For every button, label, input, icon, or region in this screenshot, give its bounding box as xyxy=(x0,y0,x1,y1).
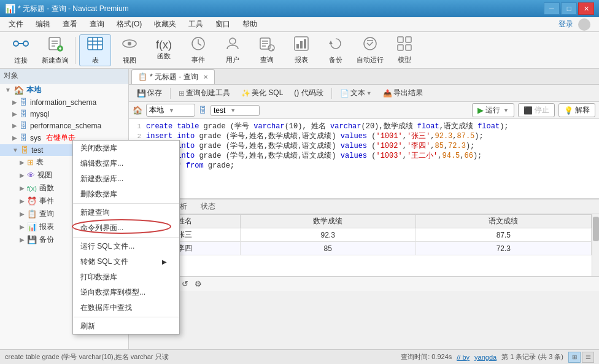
status-link2[interactable]: yangda xyxy=(474,354,497,361)
refresh-button[interactable]: ↺ xyxy=(180,279,190,288)
toolbar-event[interactable]: 事件 xyxy=(182,34,214,66)
table-icon xyxy=(87,35,104,55)
ctx-close-db[interactable]: 关闭数据库 xyxy=(73,141,179,156)
ctx-delete-db[interactable]: 删除数据库 xyxy=(73,187,179,202)
toolbar-backup[interactable]: 备份 xyxy=(320,34,352,66)
toolbar-connect-label: 连接 xyxy=(14,56,28,65)
login-text: 登录 xyxy=(558,19,573,29)
tab-close-icon[interactable]: ✕ xyxy=(203,74,208,80)
result-tab-status[interactable]: 状态 xyxy=(194,199,222,214)
database-dropdown[interactable]: test ▼ xyxy=(211,105,260,116)
connect-icon xyxy=(12,35,29,55)
maximize-button[interactable]: □ xyxy=(561,2,577,15)
connection-dropdown[interactable]: 本地 ▼ xyxy=(146,104,195,117)
menu-help[interactable]: 帮助 xyxy=(238,18,262,31)
beautify-button[interactable]: ✨ 美化 SQL xyxy=(237,86,287,100)
text-arrow: ▼ xyxy=(366,90,372,96)
login-button[interactable]: 登录 xyxy=(558,18,595,31)
create-tool-button[interactable]: ⊞ 查询创建工具 xyxy=(174,86,234,100)
toolbar-backup-label: 备份 xyxy=(329,55,342,64)
list-view-button[interactable]: ☰ xyxy=(582,352,594,363)
query-sub-icon: 📋 xyxy=(27,209,37,219)
sidebar-item-information-schema[interactable]: ▶ 🗄 information_schema xyxy=(0,96,128,108)
event-sub-icon: ⏰ xyxy=(27,196,37,206)
menu-edit[interactable]: 编辑 xyxy=(31,18,55,31)
toolbar-user[interactable]: 用户 xyxy=(217,34,249,66)
db-icon-sel: 🗄 xyxy=(199,106,207,115)
toolbar-function[interactable]: f(x) 函数 xyxy=(148,34,180,66)
menubar: 文件 编辑 查看 查询 格式(O) 收藏夹 工具 窗口 帮助 登录 xyxy=(0,17,599,32)
svg-rect-29 xyxy=(300,41,303,48)
scroll-thumb[interactable] xyxy=(593,217,599,241)
code-snippet-button[interactable]: () 代码段 xyxy=(290,86,327,100)
menu-query[interactable]: 查询 xyxy=(85,18,109,31)
export-button[interactable]: 📤 导出结果 xyxy=(379,86,427,100)
content-area: 📋 * 无标题 - 查询 ✕ 💾 保存 ⊞ 查询创建工具 ✨ 美化 SQL ()… xyxy=(129,69,599,349)
stop-button[interactable]: ⬛ 停止 xyxy=(518,103,555,117)
grid-view-button[interactable]: ⊞ xyxy=(568,352,581,363)
text-label: 文本 xyxy=(350,88,365,98)
status-sql-preview: create table grade (学号 varchar(10),姓名 va… xyxy=(5,352,169,362)
svg-rect-35 xyxy=(406,37,411,42)
db-icon-sys: 🗄 xyxy=(20,133,28,142)
text-button[interactable]: 📄 文本 ▼ xyxy=(336,86,376,100)
sidebar-item-performance-schema[interactable]: ▶ 🗄 performance_schema xyxy=(0,120,128,131)
settings-button[interactable]: ⚙ xyxy=(193,279,204,288)
run-button[interactable]: ▶ 运行 ▼ xyxy=(472,103,514,117)
function-icon: f(x) xyxy=(156,39,172,50)
tab-query[interactable]: 📋 * 无标题 - 查询 ✕ xyxy=(131,69,215,84)
sql-line-3: 3 insert into grade (学号,姓名,数学成绩,语文成绩) va… xyxy=(131,141,597,151)
menu-window[interactable]: 窗口 xyxy=(211,18,235,31)
func-label: 函数 xyxy=(39,183,54,193)
menu-format[interactable]: 格式(O) xyxy=(112,18,147,31)
toolbar-query[interactable]: 查询 xyxy=(251,34,283,66)
ctx-find-db[interactable]: 在数据库中查找 xyxy=(73,300,179,316)
save-label: 保存 xyxy=(147,88,162,98)
toolbar-table[interactable]: 表 xyxy=(79,34,111,66)
menu-favorites[interactable]: 收藏夹 xyxy=(149,18,181,31)
cmd-line-label: 命令列界面... xyxy=(80,223,123,233)
toolbar-model[interactable]: 模型 xyxy=(388,34,420,66)
ctx-dump-sql[interactable]: 转储 SQL 文件 ▶ xyxy=(73,254,179,269)
create-tool-icon: ⊞ xyxy=(179,89,185,98)
toolbar-table-label: 表 xyxy=(92,56,99,65)
results-area: 结果 1 剖析 状态 姓名 数学成绩 语文成绩 xyxy=(129,199,599,291)
toolbar-new-query[interactable]: 新建查询 xyxy=(39,34,71,66)
save-button[interactable]: 💾 保存 xyxy=(133,86,166,100)
toolbar-autorun[interactable]: 自动运行 xyxy=(354,34,386,66)
toolbar-view[interactable]: 视图 xyxy=(114,34,145,66)
result-scrollbar[interactable] xyxy=(592,214,599,276)
toolbar-connect[interactable]: 连接 xyxy=(5,34,37,66)
db-icon-perf: 🗄 xyxy=(20,121,28,130)
query-toolbar: 💾 保存 ⊞ 查询创建工具 ✨ 美化 SQL () 代码段 📄 文本 ▼ xyxy=(129,85,599,102)
menu-file[interactable]: 文件 xyxy=(4,18,28,31)
toolbar-report[interactable]: 报表 xyxy=(285,34,317,66)
svg-line-26 xyxy=(272,49,274,50)
ctx-cmd-line[interactable]: 命令列界面... xyxy=(73,220,179,236)
toolbar-event-label: 事件 xyxy=(191,55,205,64)
ctx-run-sql[interactable]: 运行 SQL 文件... xyxy=(73,239,179,254)
menu-view[interactable]: 查看 xyxy=(58,18,82,31)
close-button[interactable]: ✕ xyxy=(578,2,594,15)
sql-line-4: 4 insert into grade (学号,姓名,数学成绩,语文成绩) va… xyxy=(131,151,597,161)
title-text: * 无标题 - 查询 - Navicat Premium xyxy=(18,4,544,14)
sidebar-item-connection[interactable]: ▼ 🏠 本地 xyxy=(0,83,128,96)
ctx-print-db[interactable]: 打印数据库 xyxy=(73,269,179,285)
report-label: 报表 xyxy=(39,222,54,232)
tree-arrow-mysql: ▶ xyxy=(12,110,17,117)
sql-editor[interactable]: 1 create table grade (学号 varchar(10), 姓名… xyxy=(129,119,599,199)
minimize-button[interactable]: ─ xyxy=(544,2,560,15)
ctx-reverse-db[interactable]: 逆向数据库到模型... xyxy=(73,285,179,300)
menu-tools[interactable]: 工具 xyxy=(184,18,208,31)
cell-math-2: 85 xyxy=(240,242,415,255)
db-perf-label: performance_schema xyxy=(30,122,101,130)
ctx-edit-db[interactable]: 编辑数据库... xyxy=(73,156,179,171)
ctx-new-db[interactable]: 新建数据库... xyxy=(73,171,179,187)
explain-button[interactable]: 💡 解释 xyxy=(558,103,595,117)
status-link[interactable]: // by xyxy=(457,354,470,361)
table-label: 表 xyxy=(36,157,44,168)
ctx-sep-1 xyxy=(73,203,179,204)
ctx-refresh[interactable]: 刷新 xyxy=(73,319,179,334)
ctx-new-query[interactable]: 新建查询 xyxy=(73,205,179,220)
sidebar-item-mysql[interactable]: ▶ 🗄 mysql xyxy=(0,108,128,120)
